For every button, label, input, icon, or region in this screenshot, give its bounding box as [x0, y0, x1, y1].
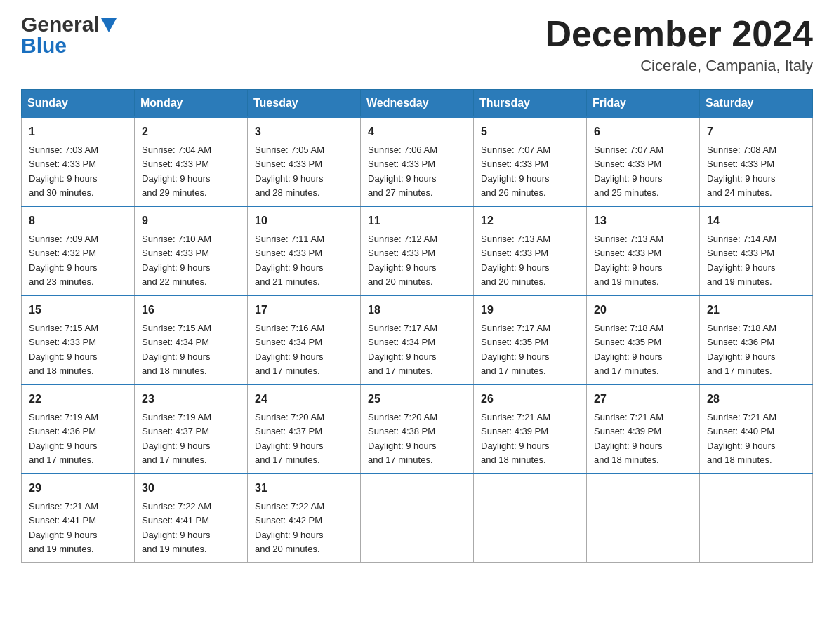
- calendar-day-cell: 18 Sunrise: 7:17 AMSunset: 4:34 PMDaylig…: [361, 295, 474, 384]
- day-number: 1: [29, 123, 127, 140]
- calendar-week-row: 29 Sunrise: 7:21 AMSunset: 4:41 PMDaylig…: [22, 474, 813, 563]
- day-info: Sunrise: 7:22 AMSunset: 4:41 PMDaylight:…: [142, 501, 211, 554]
- month-title: December 2024: [545, 14, 813, 54]
- day-number: 30: [142, 480, 240, 497]
- day-info: Sunrise: 7:18 AMSunset: 4:36 PMDaylight:…: [707, 323, 776, 376]
- calendar-day-cell: 31 Sunrise: 7:22 AMSunset: 4:42 PMDaylig…: [248, 474, 361, 563]
- svg-marker-0: [101, 18, 117, 32]
- calendar-day-cell: 21 Sunrise: 7:18 AMSunset: 4:36 PMDaylig…: [700, 295, 813, 384]
- day-info: Sunrise: 7:05 AMSunset: 4:33 PMDaylight:…: [255, 145, 324, 198]
- day-number: 29: [29, 480, 127, 497]
- day-number: 23: [142, 391, 240, 408]
- day-info: Sunrise: 7:20 AMSunset: 4:37 PMDaylight:…: [255, 412, 324, 465]
- day-number: 7: [707, 123, 805, 140]
- day-number: 31: [255, 480, 353, 497]
- day-number: 3: [255, 123, 353, 140]
- calendar-day-cell: [587, 474, 700, 563]
- calendar-day-cell: 28 Sunrise: 7:21 AMSunset: 4:40 PMDaylig…: [700, 384, 813, 474]
- day-info: Sunrise: 7:15 AMSunset: 4:33 PMDaylight:…: [29, 323, 98, 376]
- day-number: 16: [142, 302, 240, 318]
- day-info: Sunrise: 7:07 AMSunset: 4:33 PMDaylight:…: [594, 145, 663, 198]
- day-info: Sunrise: 7:07 AMSunset: 4:33 PMDaylight:…: [481, 145, 550, 198]
- calendar-table: SundayMondayTuesdayWednesdayThursdayFrid…: [21, 89, 813, 563]
- calendar-day-cell: 19 Sunrise: 7:17 AMSunset: 4:35 PMDaylig…: [474, 295, 587, 384]
- day-number: 11: [368, 213, 466, 229]
- day-number: 6: [594, 123, 692, 140]
- day-number: 22: [29, 391, 127, 408]
- day-info: Sunrise: 7:04 AMSunset: 4:33 PMDaylight:…: [142, 145, 211, 198]
- calendar-col-header: Friday: [587, 90, 700, 118]
- calendar-day-cell: 30 Sunrise: 7:22 AMSunset: 4:41 PMDaylig…: [135, 474, 248, 563]
- day-info: Sunrise: 7:15 AMSunset: 4:34 PMDaylight:…: [142, 323, 211, 376]
- calendar-day-cell: 29 Sunrise: 7:21 AMSunset: 4:41 PMDaylig…: [22, 474, 135, 563]
- day-info: Sunrise: 7:21 AMSunset: 4:40 PMDaylight:…: [707, 412, 776, 465]
- day-info: Sunrise: 7:18 AMSunset: 4:35 PMDaylight:…: [594, 323, 663, 376]
- calendar-col-header: Wednesday: [361, 90, 474, 118]
- day-number: 9: [142, 213, 240, 229]
- calendar-week-row: 15 Sunrise: 7:15 AMSunset: 4:33 PMDaylig…: [22, 295, 813, 384]
- day-number: 20: [594, 302, 692, 318]
- day-info: Sunrise: 7:03 AMSunset: 4:33 PMDaylight:…: [29, 145, 98, 198]
- day-number: 13: [594, 213, 692, 229]
- calendar-day-cell: 5 Sunrise: 7:07 AMSunset: 4:33 PMDayligh…: [474, 117, 587, 206]
- calendar-day-cell: 10 Sunrise: 7:11 AMSunset: 4:33 PMDaylig…: [248, 206, 361, 295]
- calendar-day-cell: 1 Sunrise: 7:03 AMSunset: 4:33 PMDayligh…: [22, 117, 135, 206]
- calendar-day-cell: 16 Sunrise: 7:15 AMSunset: 4:34 PMDaylig…: [135, 295, 248, 384]
- day-number: 12: [481, 213, 579, 229]
- day-number: 19: [481, 302, 579, 318]
- calendar-day-cell: 12 Sunrise: 7:13 AMSunset: 4:33 PMDaylig…: [474, 206, 587, 295]
- calendar-day-cell: 24 Sunrise: 7:20 AMSunset: 4:37 PMDaylig…: [248, 384, 361, 474]
- calendar-col-header: Tuesday: [248, 90, 361, 118]
- day-number: 24: [255, 391, 353, 408]
- day-info: Sunrise: 7:12 AMSunset: 4:33 PMDaylight:…: [368, 234, 437, 287]
- calendar-day-cell: 27 Sunrise: 7:21 AMSunset: 4:39 PMDaylig…: [587, 384, 700, 474]
- page-header: General Blue December 2024 Cicerale, Cam…: [21, 14, 813, 75]
- day-number: 8: [29, 213, 127, 229]
- day-info: Sunrise: 7:08 AMSunset: 4:33 PMDaylight:…: [707, 145, 776, 198]
- day-number: 27: [594, 391, 692, 408]
- day-info: Sunrise: 7:14 AMSunset: 4:33 PMDaylight:…: [707, 234, 776, 287]
- calendar-col-header: Monday: [135, 90, 248, 118]
- day-number: 21: [707, 302, 805, 318]
- calendar-day-cell: 13 Sunrise: 7:13 AMSunset: 4:33 PMDaylig…: [587, 206, 700, 295]
- day-info: Sunrise: 7:17 AMSunset: 4:35 PMDaylight:…: [481, 323, 550, 376]
- calendar-day-cell: 7 Sunrise: 7:08 AMSunset: 4:33 PMDayligh…: [700, 117, 813, 206]
- calendar-day-cell: 14 Sunrise: 7:14 AMSunset: 4:33 PMDaylig…: [700, 206, 813, 295]
- calendar-day-cell: 3 Sunrise: 7:05 AMSunset: 4:33 PMDayligh…: [248, 117, 361, 206]
- calendar-day-cell: 2 Sunrise: 7:04 AMSunset: 4:33 PMDayligh…: [135, 117, 248, 206]
- logo: General Blue: [21, 14, 117, 58]
- day-info: Sunrise: 7:06 AMSunset: 4:33 PMDaylight:…: [368, 145, 437, 198]
- calendar-day-cell: 15 Sunrise: 7:15 AMSunset: 4:33 PMDaylig…: [22, 295, 135, 384]
- day-info: Sunrise: 7:19 AMSunset: 4:37 PMDaylight:…: [142, 412, 211, 465]
- day-info: Sunrise: 7:09 AMSunset: 4:32 PMDaylight:…: [29, 234, 98, 287]
- day-number: 5: [481, 123, 579, 140]
- day-info: Sunrise: 7:10 AMSunset: 4:33 PMDaylight:…: [142, 234, 211, 287]
- day-info: Sunrise: 7:22 AMSunset: 4:42 PMDaylight:…: [255, 501, 324, 554]
- day-info: Sunrise: 7:13 AMSunset: 4:33 PMDaylight:…: [481, 234, 550, 287]
- calendar-day-cell: 20 Sunrise: 7:18 AMSunset: 4:35 PMDaylig…: [587, 295, 700, 384]
- calendar-day-cell: 26 Sunrise: 7:21 AMSunset: 4:39 PMDaylig…: [474, 384, 587, 474]
- day-number: 14: [707, 213, 805, 229]
- calendar-col-header: Saturday: [700, 90, 813, 118]
- day-number: 15: [29, 302, 127, 318]
- calendar-day-cell: [700, 474, 813, 563]
- day-number: 17: [255, 302, 353, 318]
- day-number: 10: [255, 213, 353, 229]
- day-info: Sunrise: 7:17 AMSunset: 4:34 PMDaylight:…: [368, 323, 437, 376]
- day-number: 2: [142, 123, 240, 140]
- logo-blue: Blue: [21, 34, 67, 57]
- logo-triangle-icon: [101, 18, 117, 34]
- day-info: Sunrise: 7:11 AMSunset: 4:33 PMDaylight:…: [255, 234, 324, 287]
- calendar-week-row: 1 Sunrise: 7:03 AMSunset: 4:33 PMDayligh…: [22, 117, 813, 206]
- calendar-day-cell: 4 Sunrise: 7:06 AMSunset: 4:33 PMDayligh…: [361, 117, 474, 206]
- title-section: December 2024 Cicerale, Campania, Italy: [545, 14, 813, 75]
- calendar-day-cell: [361, 474, 474, 563]
- day-number: 25: [368, 391, 466, 408]
- day-number: 4: [368, 123, 466, 140]
- day-info: Sunrise: 7:20 AMSunset: 4:38 PMDaylight:…: [368, 412, 437, 465]
- day-number: 18: [368, 302, 466, 318]
- calendar-day-cell: 9 Sunrise: 7:10 AMSunset: 4:33 PMDayligh…: [135, 206, 248, 295]
- day-info: Sunrise: 7:21 AMSunset: 4:39 PMDaylight:…: [594, 412, 663, 465]
- day-info: Sunrise: 7:21 AMSunset: 4:39 PMDaylight:…: [481, 412, 550, 465]
- calendar-col-header: Sunday: [22, 90, 135, 118]
